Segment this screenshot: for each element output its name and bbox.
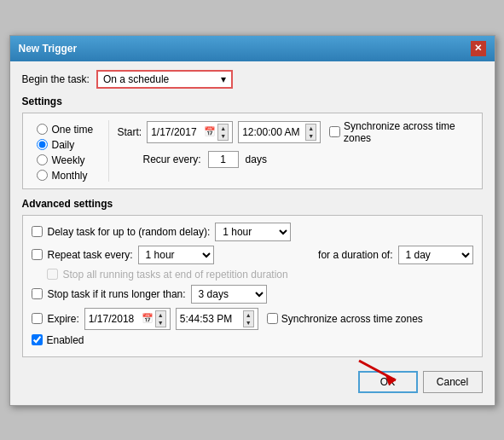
expire-sync-checkbox[interactable] (267, 313, 278, 324)
radio-weekly-input[interactable] (37, 154, 48, 165)
radio-one-time-label: One time (52, 124, 94, 136)
radio-monthly-label: Monthly (52, 170, 88, 182)
stop-longer-select[interactable]: 3 days 1 day 30 minutes (191, 285, 267, 304)
expire-time-spin[interactable]: ▲ ▼ (243, 310, 254, 327)
expire-spin-up-icon[interactable]: ▲ (156, 311, 165, 319)
recur-unit-label: days (246, 153, 267, 165)
date-spin-button[interactable]: ▲ ▼ (217, 124, 229, 141)
recur-row: Recur every: days (143, 151, 473, 168)
expire-label: Expire: (48, 313, 79, 325)
spin-down-icon[interactable]: ▼ (218, 132, 228, 140)
for-duration-group: for a duration of: 1 day Indefinitely (318, 246, 472, 264)
start-label: Start: (118, 126, 142, 138)
button-row: OK Cancel (22, 366, 483, 397)
sync-row: Synchronize across time zones (329, 120, 472, 144)
repeat-task-label: Repeat task every: (48, 249, 133, 261)
calendar-icon[interactable]: 📅 (204, 126, 216, 137)
recur-label: Recur every: (143, 153, 201, 165)
radio-weekly-label: Weekly (52, 154, 85, 166)
radio-one-time-input[interactable] (37, 124, 48, 135)
radio-monthly: Monthly (37, 170, 108, 182)
sync-checkbox[interactable] (329, 126, 340, 137)
stop-longer-checkbox[interactable] (32, 288, 43, 299)
repeat-task-select[interactable]: 1 hour 30 minutes 5 minutes (138, 246, 214, 264)
dropdown-arrow-icon: ▾ (221, 73, 226, 85)
spin-up-icon[interactable]: ▲ (218, 124, 228, 132)
new-trigger-dialog: New Trigger ✕ Begin the task: On a sched… (9, 35, 495, 406)
radio-weekly: Weekly (37, 154, 108, 166)
expire-row: Expire: 📅 ▲ ▼ ▲ ▼ (32, 308, 473, 330)
stop-longer-label: Stop task if it runs longer than: (48, 288, 186, 300)
for-duration-label: for a duration of: (318, 249, 392, 261)
radio-one-time: One time (37, 124, 108, 136)
delay-task-label: Delay task for up to (random delay): (48, 226, 211, 238)
start-date-field[interactable] (151, 126, 202, 138)
time-spin-down-icon[interactable]: ▼ (306, 132, 316, 140)
advanced-settings-label: Advanced settings (22, 198, 483, 210)
delay-task-select[interactable]: 1 hour 30 minutes 2 hours (215, 223, 291, 241)
expire-date-input[interactable]: 📅 ▲ ▼ (84, 308, 171, 330)
stop-running-label: Stop all running tasks at end of repetit… (63, 269, 288, 281)
begin-task-label: Begin the task: (22, 73, 90, 85)
expire-spin-down-icon[interactable]: ▼ (156, 319, 165, 327)
repeat-task-checkbox[interactable] (32, 249, 43, 260)
settings-inner: One time Daily Weekly Monthly (32, 120, 473, 182)
svg-line-0 (359, 361, 396, 380)
stop-running-row: Stop all running tasks at end of repetit… (47, 269, 473, 281)
expire-time-field[interactable] (180, 313, 241, 325)
close-button[interactable]: ✕ (471, 41, 486, 56)
cancel-button[interactable]: Cancel (423, 371, 483, 393)
for-duration-select[interactable]: 1 day Indefinitely (398, 246, 473, 264)
delay-task-checkbox[interactable] (32, 226, 43, 237)
advanced-box: Delay task for up to (random delay): 1 h… (22, 215, 483, 357)
arrow-indicator (355, 356, 406, 388)
begin-task-row: Begin the task: On a schedule ▾ (22, 70, 483, 89)
expire-calendar-icon[interactable]: 📅 (142, 313, 154, 324)
stop-longer-row: Stop task if it runs longer than: 3 days… (32, 285, 473, 304)
start-time-input[interactable]: ▲ ▼ (238, 121, 321, 143)
expire-checkbox[interactable] (32, 313, 43, 324)
radio-group: One time Daily Weekly Monthly (32, 120, 108, 182)
expire-time-input[interactable]: ▲ ▼ (176, 308, 258, 330)
dialog-body: Begin the task: On a schedule ▾ Settings… (10, 61, 495, 405)
enabled-row: Enabled (32, 334, 473, 346)
expire-date-spin[interactable]: ▲ ▼ (155, 310, 166, 327)
settings-section-label: Settings (22, 96, 483, 107)
radio-daily: Daily (37, 139, 108, 151)
radio-monthly-input[interactable] (37, 170, 48, 181)
enabled-checkbox[interactable] (32, 334, 43, 345)
dialog-title: New Trigger (19, 43, 78, 55)
time-spin-button[interactable]: ▲ ▼ (305, 124, 316, 141)
expire-date-field[interactable] (89, 313, 140, 325)
radio-daily-input[interactable] (37, 139, 48, 150)
radio-daily-label: Daily (52, 139, 75, 151)
settings-right: Start: 📅 ▲ ▼ ▲ (108, 120, 473, 182)
expire-sync-label: Synchronize across time zones (281, 313, 423, 325)
expire-time-spin-down[interactable]: ▼ (244, 319, 253, 327)
stop-running-checkbox[interactable] (47, 269, 58, 280)
schedule-radio-group: One time Daily Weekly Monthly (32, 120, 108, 182)
settings-box: One time Daily Weekly Monthly (22, 113, 483, 189)
sync-label: Synchronize across time zones (344, 120, 472, 144)
start-date-input[interactable]: 📅 ▲ ▼ (147, 121, 233, 143)
start-time-field[interactable] (242, 126, 304, 138)
time-spin-up-icon[interactable]: ▲ (306, 124, 316, 132)
recur-value-input[interactable] (208, 151, 239, 168)
task-type-value: On a schedule (103, 73, 169, 85)
start-row: Start: 📅 ▲ ▼ ▲ (118, 120, 473, 144)
title-bar: New Trigger ✕ (10, 36, 495, 61)
expire-sync-row: Synchronize across time zones (267, 313, 423, 325)
enabled-label: Enabled (47, 334, 84, 346)
expire-time-spin-up[interactable]: ▲ (244, 311, 253, 319)
repeat-task-row: Repeat task every: 1 hour 30 minutes 5 m… (32, 246, 473, 264)
delay-task-row: Delay task for up to (random delay): 1 h… (32, 223, 473, 241)
task-type-dropdown[interactable]: On a schedule ▾ (96, 70, 233, 89)
